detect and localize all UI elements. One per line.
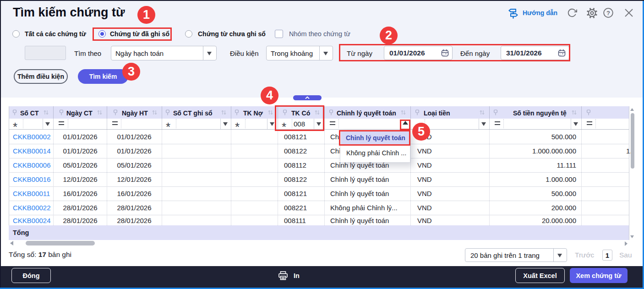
svg-text:?: ? bbox=[606, 10, 610, 16]
